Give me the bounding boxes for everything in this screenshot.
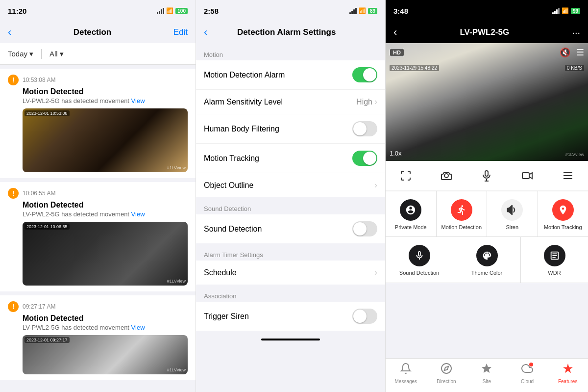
sound-detection-toggle[interactable]: [352, 221, 377, 236]
motion-detection-label: Motion Detection: [441, 224, 482, 231]
alert-dot: !: [8, 75, 19, 85]
svg-point-0: [444, 174, 448, 178]
chevron-right-icon-3: ›: [374, 267, 377, 278]
thumb-watermark: #1LVview: [167, 279, 186, 284]
site-icon: [481, 363, 492, 377]
object-outline-row[interactable]: Object Outline ›: [196, 173, 385, 197]
motion-detection-button[interactable]: Motion Detection: [437, 191, 487, 236]
status-icons-2: 📶 89: [349, 7, 377, 14]
thumb-date: 2023-12-01 10:53:08: [24, 110, 70, 116]
view-link[interactable]: View: [131, 324, 145, 331]
chevron-down-icon: ▾: [29, 50, 33, 58]
schedule-label: Schedule: [204, 268, 237, 277]
schedule-row[interactable]: Schedule ›: [196, 261, 385, 285]
item-time: 10:06:55 AM: [23, 190, 55, 197]
private-mode-button[interactable]: Private Mode: [386, 191, 436, 236]
sound-detection-label: Sound Detection: [399, 269, 439, 276]
sound-detection-button[interactable]: Sound Detection: [386, 237, 453, 282]
siren-icon: [501, 199, 523, 221]
motion-detection-alarm-toggle[interactable]: [352, 67, 377, 82]
item-thumbnail[interactable]: 2023-12-01 09:27:17 #1LVview: [23, 335, 188, 374]
trigger-siren-toggle[interactable]: [352, 309, 377, 324]
camera-controls: [386, 161, 588, 191]
theme-color-label: Theme Color: [471, 269, 503, 276]
item-thumbnail[interactable]: 2023-12-01 10:53:08 #1LVview: [23, 108, 188, 172]
motion-detection-icon: [451, 199, 472, 221]
motion-tracking-label: Motion Tracking: [544, 224, 582, 231]
wdr-label: WDR: [548, 269, 561, 276]
device-name: LV-PWL2-5G: [460, 27, 509, 37]
mute-icon[interactable]: 🔇: [560, 47, 570, 58]
back-button-3[interactable]: ‹: [393, 26, 397, 39]
wifi-icon: 📶: [166, 7, 173, 14]
panel2-title: Detection Alarm Settings: [237, 27, 336, 37]
item-desc: LV-PWL2-5G has detected movement View: [23, 97, 188, 105]
tab-site[interactable]: Site: [466, 363, 507, 384]
trigger-siren-label: Trigger Siren: [204, 312, 249, 321]
toggle-knob: [363, 152, 376, 165]
time-1: 11:20: [8, 7, 26, 15]
today-filter[interactable]: Today ▾: [8, 50, 33, 58]
motion-tracking-row: Motion Tracking: [196, 144, 385, 173]
signal-icon: [157, 8, 164, 14]
more-button[interactable]: ···: [572, 27, 580, 38]
list-item: ! 09:27:17 AM Motion Detected LV-PWL2-5G…: [0, 295, 196, 380]
control-row: [386, 167, 588, 184]
menu-icon[interactable]: ☰: [576, 47, 584, 58]
alarm-sensitivity-row[interactable]: Alarm Sensitivity Level High ›: [196, 90, 385, 114]
motion-tracking-toggle[interactable]: [352, 151, 377, 166]
tab-messages[interactable]: Messages: [386, 363, 426, 384]
thumb-image: [23, 108, 188, 172]
cam-zoom: 1.0x: [390, 150, 402, 157]
wdr-button[interactable]: WDR: [521, 237, 588, 282]
tab-features-label: Features: [558, 379, 577, 384]
list-icon: [559, 167, 577, 184]
theme-color-button[interactable]: Theme Color: [453, 237, 520, 282]
motion-header: Motion: [196, 47, 385, 60]
status-bar-2: 2:58 📶 89: [196, 0, 385, 22]
back-button-2[interactable]: ‹: [204, 26, 207, 39]
status-bar-3: 3:48 📶 99: [386, 0, 588, 22]
human-body-filter-toggle[interactable]: [352, 121, 377, 136]
fullscreen-button[interactable]: [397, 167, 415, 184]
item-desc: LV-PWL2-5G has detected movement View: [23, 210, 188, 218]
camera-panel: 3:48 📶 99 ‹ LV-PWL2-5G ··· HD 🔇 ☰ 2023-: [386, 0, 588, 392]
svg-marker-7: [444, 366, 448, 370]
view-link[interactable]: View: [131, 210, 145, 218]
snapshot-button[interactable]: [438, 167, 455, 184]
item-thumbnail[interactable]: 2023-12-01 10:06:55 #1LVview: [23, 222, 188, 286]
microphone-button[interactable]: [478, 167, 495, 184]
chevron-down-icon-2: ▾: [60, 50, 64, 58]
motion-tracking-label: Motion Tracking: [204, 154, 259, 163]
list-button[interactable]: [559, 167, 577, 184]
item-header: ! 09:27:17 AM: [8, 301, 188, 312]
camera-scene: [386, 43, 588, 161]
record-button[interactable]: [518, 167, 536, 184]
tab-cloud[interactable]: Cloud: [507, 363, 548, 384]
tab-features[interactable]: Features: [547, 363, 588, 384]
edit-button[interactable]: Edit: [173, 27, 188, 37]
time-2: 2:58: [204, 7, 219, 15]
thumb-watermark: #1LVview: [167, 367, 186, 372]
thumb-watermark: #1LVview: [167, 165, 186, 170]
fullscreen-icon: [397, 167, 415, 184]
cam-timestamp: 2023-11-29 15:48:22: [390, 65, 439, 71]
chevron-right-icon: ›: [374, 97, 377, 107]
view-link[interactable]: View: [131, 97, 145, 105]
tab-direction[interactable]: Direction: [426, 363, 467, 384]
item-title: Motion Detected: [23, 201, 188, 209]
item-title: Motion Detected: [23, 87, 188, 96]
camera-view[interactable]: HD 🔇 ☰ 2023-11-29 15:48:22 0 KB/S 1.0x #…: [386, 43, 588, 161]
all-filter[interactable]: All ▾: [49, 50, 64, 58]
list-item: ! 10:06:55 AM Motion Detected LV-PWL2-5G…: [0, 182, 196, 291]
filter-divider: [41, 49, 42, 59]
settings-scroll: Motion Motion Detection Alarm Alarm Sens…: [196, 43, 385, 392]
camera-overlay: HD 🔇 ☰: [390, 47, 584, 58]
motion-tracking-button[interactable]: Motion Tracking: [538, 191, 588, 236]
association-header: Association: [196, 288, 385, 302]
time-3: 3:48: [393, 7, 408, 15]
motion-tracking-icon: [552, 199, 574, 221]
record-icon: [518, 167, 536, 184]
siren-button[interactable]: Siren: [487, 191, 538, 236]
back-button-1[interactable]: ‹: [8, 26, 11, 39]
